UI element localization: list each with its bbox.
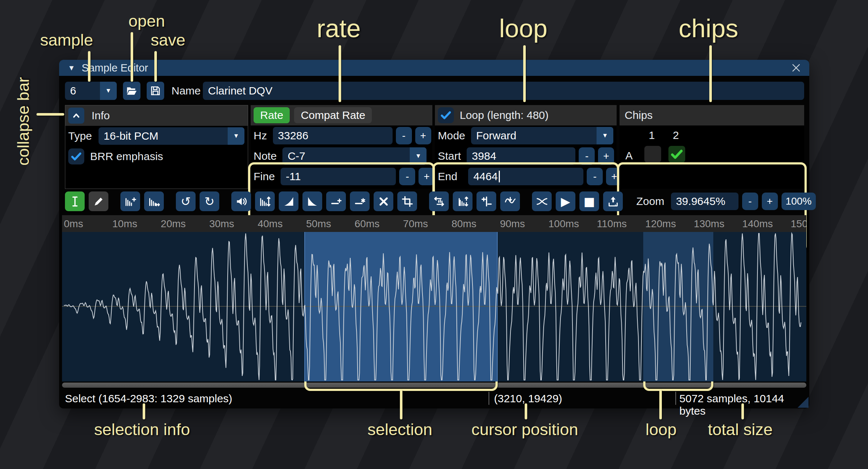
create-instrument-icon: [607, 195, 619, 208]
sign-exchange-button[interactable]: [477, 191, 496, 211]
name-label: Name: [171, 85, 201, 103]
stop-preview-icon: ■: [583, 195, 595, 208]
ruler-label: 60ms: [355, 218, 379, 230]
insert-silence-button[interactable]: [326, 191, 346, 211]
apply-filter-button[interactable]: [500, 191, 520, 211]
callout-line-collapse-bar: [36, 113, 64, 116]
loop-mode-select[interactable]: Forward▼: [471, 127, 613, 144]
loop-enable-checkbox[interactable]: [438, 107, 454, 123]
hz-minus-button[interactable]: -: [396, 127, 412, 144]
ruler-label: 90ms: [500, 218, 525, 230]
callout-line-total-size: [741, 403, 744, 419]
compat-rate-tab[interactable]: Compat Rate: [294, 107, 372, 123]
close-icon: [791, 63, 801, 73]
chip-checkbox-2[interactable]: [668, 146, 685, 163]
loop-panel: Loop (length: 480) Mode Forward▼ Start 3…: [435, 105, 617, 189]
zoom-out-button[interactable]: -: [742, 193, 758, 210]
undo-button[interactable]: ↺: [176, 191, 196, 211]
time-ruler[interactable]: 0ms10ms20ms30ms40ms50ms60ms70ms80ms90ms1…: [62, 215, 806, 232]
chevron-down-icon: ▼: [597, 127, 613, 144]
save-sample-button[interactable]: [147, 82, 164, 100]
edit-mode-select-icon: [69, 195, 81, 208]
status-cursor-position: (3210, 19429): [494, 392, 562, 405]
normalize-button[interactable]: [255, 191, 275, 211]
loop-end-input[interactable]: 4464: [468, 168, 583, 185]
fade-out-button[interactable]: [302, 191, 322, 211]
close-button[interactable]: [790, 61, 803, 74]
sample-header-row: 6 ▼ Name Clarinet DQV: [59, 82, 809, 100]
annotation-total-size: total size: [708, 420, 773, 439]
resize-button[interactable]: [120, 191, 140, 211]
open-folder-icon: [126, 85, 138, 97]
rate-tab[interactable]: Rate: [254, 107, 290, 123]
loop-start-minus-button[interactable]: -: [579, 147, 595, 165]
callout-line-rate: [339, 45, 341, 102]
open-sample-button[interactable]: [123, 82, 140, 100]
create-instrument-button[interactable]: [603, 191, 623, 211]
chip-checkbox-1[interactable]: [644, 146, 661, 163]
note-select[interactable]: C-7▼: [282, 147, 427, 165]
documentation-page: { "colors":{"accent_yellow":"#f3eaa8","t…: [0, 0, 868, 469]
window-resize-grip[interactable]: [798, 397, 809, 408]
fine-minus-button[interactable]: -: [399, 168, 415, 185]
sample-selector[interactable]: 6 ▼: [65, 82, 117, 100]
annotation-cursor-position: cursor position: [471, 420, 578, 439]
annotation-open: open: [128, 12, 165, 31]
loop-start-label: Start: [438, 150, 461, 162]
trim-button[interactable]: [397, 191, 417, 211]
status-separator: [675, 392, 676, 405]
zoom-in-button[interactable]: +: [762, 193, 778, 210]
zoom-reset-button[interactable]: 100%: [782, 193, 816, 210]
chevron-up-icon: [71, 111, 81, 121]
fine-input[interactable]: -11: [281, 168, 396, 185]
ruler-label: 70ms: [403, 218, 428, 230]
delete-button[interactable]: [374, 191, 393, 211]
annotation-save: save: [151, 31, 185, 50]
mode-label: Mode: [438, 129, 465, 142]
chevron-down-icon: ▼: [228, 127, 244, 145]
info-collapse-button[interactable]: [68, 108, 84, 124]
fade-in-button[interactable]: [279, 191, 298, 211]
invert-button[interactable]: [453, 191, 472, 211]
reverse-button[interactable]: [429, 191, 449, 211]
fine-plus-button[interactable]: +: [418, 168, 435, 185]
loop-end-minus-button[interactable]: -: [587, 168, 603, 185]
loop-start-input[interactable]: 3984: [467, 147, 575, 165]
callout-line-cursor-position: [525, 403, 527, 419]
ruler-label: 150ms: [791, 218, 806, 230]
brr-emphasis-label: BRR emphasis: [90, 150, 163, 163]
status-separator: [489, 392, 489, 405]
stop-preview-button[interactable]: ■: [579, 191, 599, 211]
sign-exchange-icon: [481, 195, 493, 208]
zoom-input[interactable]: 39.9645%: [671, 193, 738, 210]
apply-silence-button[interactable]: [350, 191, 370, 211]
edit-mode-select-button[interactable]: [65, 191, 85, 211]
trim-icon: [401, 195, 413, 208]
window-titlebar[interactable]: ▼ Sample Editor: [59, 60, 809, 76]
loop-start-plus-button[interactable]: +: [598, 147, 614, 165]
resize-stretch-button[interactable]: [144, 191, 164, 211]
annotation-selection-info: selection info: [94, 420, 190, 439]
note-label: Note: [254, 150, 277, 162]
chips-header: Chips: [625, 109, 653, 121]
window-collapse-icon[interactable]: ▼: [68, 64, 75, 72]
callout-line-selection: [400, 389, 402, 419]
edit-mode-draw-button[interactable]: [89, 191, 108, 211]
type-select[interactable]: 16-bit PCM ▼: [99, 127, 244, 145]
preview-sample-button[interactable]: ▶: [556, 191, 575, 211]
ruler-label: 40ms: [258, 218, 282, 230]
redo-button[interactable]: ↻: [200, 191, 219, 211]
insert-silence-icon: [330, 195, 342, 208]
waveform-display[interactable]: [62, 232, 806, 381]
ruler-label: 140ms: [742, 218, 773, 230]
hz-plus-button[interactable]: +: [415, 127, 431, 144]
amplify-button[interactable]: [231, 191, 251, 211]
hz-input[interactable]: 33286: [273, 127, 393, 144]
crossfade-button[interactable]: [532, 191, 552, 211]
sample-toolbar: ↺↻▶■Zoom 39.9645% - + 100%: [65, 191, 816, 211]
ruler-label: 30ms: [209, 218, 234, 230]
brr-emphasis-checkbox[interactable]: [68, 148, 84, 164]
sample-name-input[interactable]: Clarinet DQV: [203, 82, 804, 100]
ruler-label: 20ms: [161, 218, 186, 230]
chevron-down-icon[interactable]: ▼: [100, 82, 117, 100]
